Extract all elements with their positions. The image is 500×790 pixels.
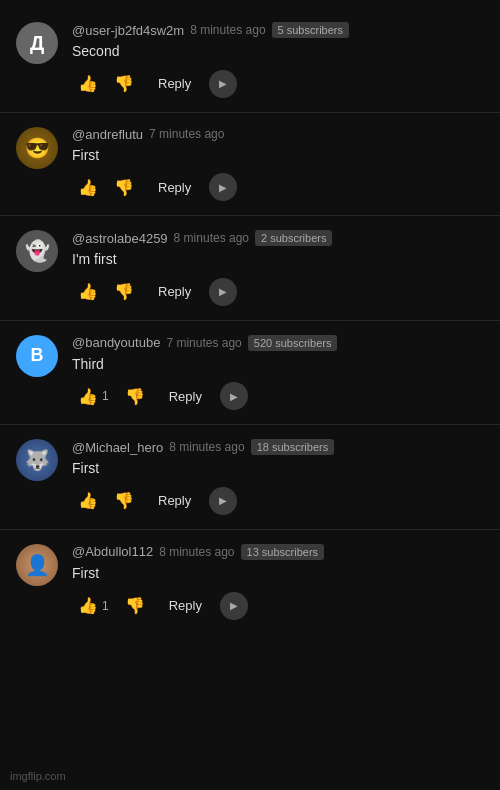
- timestamp: 7 minutes ago: [166, 336, 241, 350]
- timestamp: 8 minutes ago: [174, 231, 249, 245]
- username[interactable]: @Abdullol112: [72, 544, 153, 559]
- more-button[interactable]: ▶: [209, 278, 237, 306]
- comment-item: 👻@astrolabe42598 minutes ago2 subscriber…: [0, 218, 500, 318]
- like-button[interactable]: 👍1: [72, 592, 115, 619]
- comment-text: I'm first: [72, 250, 484, 270]
- avatar: 👤: [16, 544, 58, 586]
- imgflip-credit: imgflip.com: [10, 770, 66, 782]
- like-count: 1: [102, 389, 109, 403]
- reply-button[interactable]: Reply: [159, 385, 212, 408]
- dislike-icon: 👎: [114, 491, 134, 510]
- dislike-button[interactable]: 👎: [108, 278, 140, 305]
- like-icon: 👍: [78, 491, 98, 510]
- reply-button[interactable]: Reply: [148, 489, 201, 512]
- comment-text: First: [72, 459, 484, 479]
- username[interactable]: @bandyoutube: [72, 335, 160, 350]
- dislike-button[interactable]: 👎: [119, 592, 151, 619]
- dislike-icon: 👎: [114, 178, 134, 197]
- dislike-icon: 👎: [125, 596, 145, 615]
- username[interactable]: @Michael_hero: [72, 440, 163, 455]
- divider: [0, 529, 500, 530]
- username[interactable]: @andreflutu: [72, 127, 143, 142]
- like-button[interactable]: 👍: [72, 70, 104, 97]
- more-button[interactable]: ▶: [220, 592, 248, 620]
- more-button[interactable]: ▶: [209, 70, 237, 98]
- like-button[interactable]: 👍: [72, 174, 104, 201]
- avatar: 😎: [16, 127, 58, 169]
- timestamp: 8 minutes ago: [169, 440, 244, 454]
- timestamp: 7 minutes ago: [149, 127, 224, 141]
- avatar: Д: [16, 22, 58, 64]
- like-button[interactable]: 👍: [72, 487, 104, 514]
- like-icon: 👍: [78, 596, 98, 615]
- subscriber-badge: 13 subscribers: [241, 544, 325, 560]
- subscriber-badge: 5 subscribers: [272, 22, 349, 38]
- divider: [0, 215, 500, 216]
- like-count: 1: [102, 599, 109, 613]
- subscriber-badge: 18 subscribers: [251, 439, 335, 455]
- like-icon: 👍: [78, 74, 98, 93]
- dislike-icon: 👎: [125, 387, 145, 406]
- divider: [0, 320, 500, 321]
- avatar: B: [16, 335, 58, 377]
- comment-item: Д@user-jb2fd4sw2m8 minutes ago5 subscrib…: [0, 10, 500, 110]
- timestamp: 8 minutes ago: [159, 545, 234, 559]
- reply-button[interactable]: Reply: [148, 176, 201, 199]
- subscriber-badge: 2 subscribers: [255, 230, 332, 246]
- dislike-icon: 👎: [114, 74, 134, 93]
- like-button[interactable]: 👍1: [72, 383, 115, 410]
- username[interactable]: @astrolabe4259: [72, 231, 168, 246]
- divider: [0, 112, 500, 113]
- comment-text: First: [72, 564, 484, 584]
- like-button[interactable]: 👍: [72, 278, 104, 305]
- dislike-button[interactable]: 👎: [108, 70, 140, 97]
- reply-button[interactable]: Reply: [159, 594, 212, 617]
- avatar: 👻: [16, 230, 58, 272]
- reply-button[interactable]: Reply: [148, 72, 201, 95]
- comment-text: Second: [72, 42, 484, 62]
- dislike-button[interactable]: 👎: [119, 383, 151, 410]
- comment-text: First: [72, 146, 484, 166]
- more-button[interactable]: ▶: [220, 382, 248, 410]
- more-button[interactable]: ▶: [209, 487, 237, 515]
- like-icon: 👍: [78, 178, 98, 197]
- like-icon: 👍: [78, 282, 98, 301]
- comment-item: 🐺@Michael_hero8 minutes ago18 subscriber…: [0, 427, 500, 527]
- dislike-button[interactable]: 👎: [108, 174, 140, 201]
- reply-button[interactable]: Reply: [148, 280, 201, 303]
- dislike-icon: 👎: [114, 282, 134, 301]
- username[interactable]: @user-jb2fd4sw2m: [72, 23, 184, 38]
- avatar: 🐺: [16, 439, 58, 481]
- more-button[interactable]: ▶: [209, 173, 237, 201]
- like-icon: 👍: [78, 387, 98, 406]
- comment-text: Third: [72, 355, 484, 375]
- subscriber-badge: 520 subscribers: [248, 335, 338, 351]
- comment-item: B@bandyoutube7 minutes ago520 subscriber…: [0, 323, 500, 423]
- comment-item: 😎@andreflutu7 minutes agoFirst👍👎Reply▶: [0, 115, 500, 214]
- divider: [0, 424, 500, 425]
- comment-item: 👤@Abdullol1128 minutes ago13 subscribers…: [0, 532, 500, 632]
- timestamp: 8 minutes ago: [190, 23, 265, 37]
- dislike-button[interactable]: 👎: [108, 487, 140, 514]
